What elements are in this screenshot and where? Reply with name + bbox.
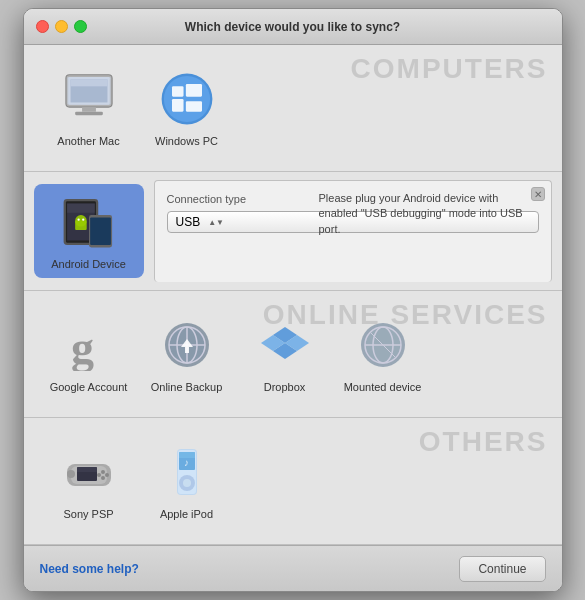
others-section: OTHERS (24, 418, 562, 545)
svg-rect-18 (90, 217, 111, 245)
svg-point-53 (183, 479, 191, 487)
window-title: Which device would you like to sync? (185, 20, 400, 34)
select-arrow-icon: ▲▼ (208, 218, 224, 227)
svg-point-46 (101, 476, 105, 480)
svg-rect-5 (82, 107, 96, 112)
svg-rect-42 (77, 467, 97, 472)
svg-point-21 (77, 219, 79, 221)
svg-point-44 (101, 470, 105, 474)
footer: Need some help? Continue (24, 545, 562, 591)
svg-point-45 (105, 473, 109, 477)
svg-rect-9 (172, 86, 184, 96)
android-device-item[interactable]: Android Device (34, 184, 144, 278)
mounted-device-icon (353, 315, 413, 375)
online-backup-icon (157, 315, 217, 375)
connection-panel: ✕ Connection type USB ▲▼ Please plug you… (154, 180, 552, 282)
svg-rect-12 (185, 101, 201, 111)
main-window: Which device would you like to sync? COM… (23, 8, 563, 592)
continue-button[interactable]: Continue (459, 556, 545, 582)
svg-rect-16 (67, 204, 95, 213)
android-device-icon (59, 192, 119, 252)
svg-point-43 (67, 470, 75, 478)
android-device-label: Android Device (51, 258, 126, 270)
google-account-item[interactable]: g Google Account (44, 307, 134, 401)
sony-psp-item[interactable]: Sony PSP (44, 434, 134, 528)
dropbox-icon (255, 315, 315, 375)
google-account-label: Google Account (50, 381, 128, 393)
another-mac-icon (59, 69, 119, 129)
svg-rect-11 (172, 99, 184, 112)
google-account-icon: g (59, 315, 119, 375)
content-area: COMPUTERS (24, 45, 562, 545)
windows-pc-label: Windows PC (155, 135, 218, 147)
svg-rect-10 (185, 84, 201, 97)
another-mac-item[interactable]: Another Mac (44, 61, 134, 155)
help-link[interactable]: Need some help? (40, 562, 139, 576)
android-section: Android Device ✕ Connection type USB ▲▼ … (24, 172, 562, 291)
svg-rect-20 (75, 221, 87, 230)
svg-text:g: g (71, 322, 94, 371)
svg-point-22 (82, 219, 84, 221)
connection-value: USB (176, 215, 201, 229)
computers-grid: Another Mac (44, 61, 542, 155)
windows-pc-icon (157, 69, 217, 129)
apple-ipod-icon: ♪ (157, 442, 217, 502)
android-left: Android Device (24, 172, 154, 290)
apple-ipod-label: Apple iPod (160, 508, 213, 520)
connection-description: Please plug your Android device with ena… (319, 191, 539, 237)
dropbox-label: Dropbox (264, 381, 306, 393)
svg-point-8 (163, 76, 209, 122)
sony-psp-label: Sony PSP (63, 508, 113, 520)
svg-text:♪: ♪ (184, 457, 189, 468)
minimize-button[interactable] (55, 20, 68, 33)
close-button[interactable] (36, 20, 49, 33)
traffic-lights (36, 20, 87, 33)
online-backup-label: Online Backup (151, 381, 223, 393)
another-mac-label: Another Mac (57, 135, 119, 147)
online-backup-item[interactable]: Online Backup (142, 307, 232, 401)
svg-rect-6 (75, 112, 103, 115)
titlebar: Which device would you like to sync? (24, 9, 562, 45)
windows-pc-item[interactable]: Windows PC (142, 61, 232, 155)
maximize-button[interactable] (74, 20, 87, 33)
svg-rect-4 (70, 79, 107, 86)
sony-psp-icon (59, 442, 119, 502)
computers-section: COMPUTERS (24, 45, 562, 172)
online-services-grid: g Google Account (44, 307, 542, 401)
others-grid: Sony PSP (44, 434, 542, 528)
mounted-device-item[interactable]: Mounted device (338, 307, 428, 401)
svg-point-47 (97, 473, 101, 477)
apple-ipod-item[interactable]: ♪ Apple iPod (142, 434, 232, 528)
mounted-device-label: Mounted device (344, 381, 422, 393)
dropbox-item[interactable]: Dropbox (240, 307, 330, 401)
online-services-section: ONLINE SERVICES g Google Account (24, 291, 562, 418)
